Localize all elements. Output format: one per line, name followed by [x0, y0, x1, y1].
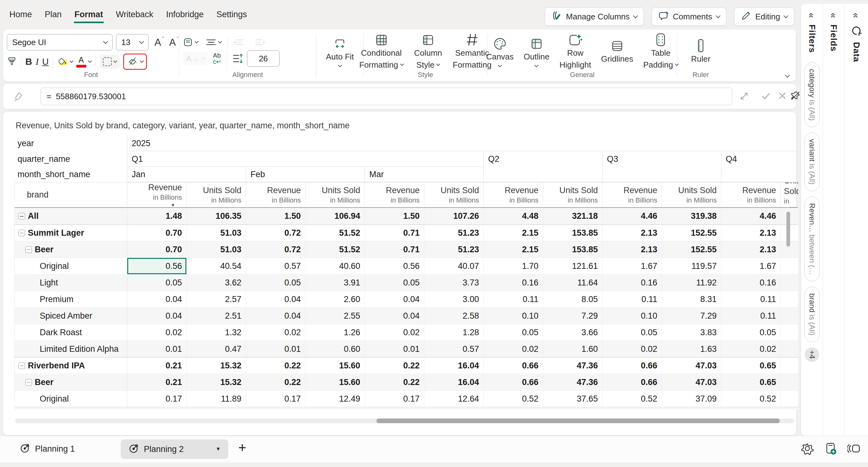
month-header-feb[interactable]: Feb	[246, 167, 365, 182]
cell-r7-c7[interactable]: 3.66	[543, 324, 602, 341]
cell-r0-c0[interactable]: 1.48	[127, 208, 187, 225]
cell-r8-c6[interactable]: 0.02	[484, 341, 543, 357]
cell-r1-c3[interactable]: 51.52	[306, 225, 365, 241]
cell-r8-c10[interactable]: 0.02	[721, 341, 781, 357]
cell-r6-c8[interactable]: 0.10	[602, 308, 662, 324]
cell-r0-c9[interactable]: 319.38	[662, 208, 721, 225]
row-label-dark-roast[interactable]: Dark Roast	[14, 324, 127, 341]
cell-r1-c4[interactable]: 0.71	[365, 225, 424, 241]
cell-r4-c2[interactable]: 0.05	[246, 274, 306, 291]
cell-r2-c7[interactable]: 153.85	[543, 241, 602, 258]
row-label-premium[interactable]: Premium	[14, 291, 127, 308]
cell-r7-c1[interactable]: 1.32	[187, 324, 246, 341]
cell-r6-c3[interactable]: 2.55	[306, 308, 365, 324]
cell-r7-c5[interactable]: 1.28	[424, 324, 484, 341]
cell-r3-c9[interactable]: 119.57	[662, 258, 721, 274]
cell-r3-c6[interactable]: 1.70	[484, 258, 543, 274]
collapse-data-icon[interactable]: «	[852, 13, 861, 18]
cell-r1-c8[interactable]: 2.13	[602, 225, 662, 241]
cell-r1-c0[interactable]: 0.70	[127, 225, 187, 241]
cell-r2-c9[interactable]: 152.55	[662, 241, 721, 258]
horizontal-scrollbar[interactable]	[15, 418, 794, 423]
measure-header-units-2[interactable]: Units Soldin Millions	[424, 182, 484, 208]
measure-header-revenue-5[interactable]: Revenuein Billions	[721, 182, 781, 208]
add-document-icon[interactable]	[823, 441, 838, 456]
row-label-all[interactable]: All	[14, 208, 127, 225]
cell-r8-c8[interactable]: 0.02	[602, 341, 662, 357]
cell-r1-c6[interactable]: 2.15	[484, 225, 543, 241]
refresh-icon[interactable]	[850, 24, 863, 38]
filters-title[interactable]: Filters	[807, 24, 817, 53]
cell-r10-c6[interactable]: 0.66	[484, 374, 543, 390]
cell-r3-c5[interactable]: 40.07	[424, 258, 484, 274]
cell-r11-c6[interactable]: 0.52	[484, 390, 543, 407]
cell-r9-c6[interactable]: 0.66	[484, 357, 543, 374]
collapse-row-icon[interactable]	[25, 379, 32, 386]
cell-r5-c6[interactable]: 0.11	[484, 291, 543, 308]
row-label-beer[interactable]: Beer	[14, 241, 127, 258]
quarter-header-q3[interactable]: Q3	[602, 151, 721, 182]
cell-r2-c6[interactable]: 2.15	[484, 241, 543, 258]
cell-r3-c7[interactable]: 121.61	[543, 258, 602, 274]
sheet-tab-planning-2-active[interactable]: Planning 2 ▼	[121, 439, 228, 459]
cell-r6-c1[interactable]: 2.51	[187, 308, 246, 324]
cell-r10-c1[interactable]: 15.32	[187, 374, 246, 390]
filter-pill-brand[interactable]: brand is (All)	[805, 287, 819, 342]
cell-r7-c8[interactable]: 0.05	[602, 324, 662, 341]
cell-r7-c0[interactable]: 0.02	[127, 324, 187, 341]
cell-r9-c7[interactable]: 47.36	[543, 357, 602, 374]
editing-button[interactable]: Editing	[734, 7, 795, 26]
menu-format[interactable]: Format	[74, 1, 104, 28]
cell-r7-c6[interactable]: 0.05	[484, 324, 543, 341]
cell-r0-c6[interactable]: 4.48	[484, 208, 543, 225]
row-label-beer[interactable]: Beer	[14, 374, 127, 390]
cell-r9-c1[interactable]: 15.32	[187, 357, 246, 374]
expand-formula-bar-icon[interactable]	[740, 91, 749, 101]
shrink-font-button[interactable]: Aˇ	[169, 37, 179, 48]
font-color-button[interactable]: A	[76, 56, 91, 68]
cell-r11-c3[interactable]: 12.49	[306, 390, 365, 407]
menu-settings[interactable]: Settings	[216, 1, 248, 28]
manage-columns-button[interactable]: Manage Columns	[545, 7, 644, 26]
cell-r4-c10[interactable]: 0.16	[721, 274, 781, 291]
menu-home[interactable]: Home	[9, 1, 33, 28]
measure-header-revenue-3[interactable]: Revenuein Billions	[484, 182, 543, 208]
vertical-align-button[interactable]	[183, 37, 198, 47]
comments-button[interactable]: Comments	[652, 7, 726, 26]
format-painter-button[interactable]	[7, 56, 17, 67]
row-height-button[interactable]	[232, 53, 244, 64]
collapse-row-icon[interactable]	[19, 362, 25, 369]
cell-r0-c3[interactable]: 106.94	[306, 208, 365, 225]
cell-r11-c9[interactable]: 37.09	[662, 390, 721, 407]
cell-r8-c7[interactable]: 1.60	[543, 341, 602, 357]
cell-r1-c9[interactable]: 152.55	[662, 225, 721, 241]
canvas-button[interactable]: Canvas	[484, 33, 516, 67]
tab-dropdown-icon[interactable]: ▼	[215, 446, 221, 452]
measure-header-units-0[interactable]: Units Soldin Millions	[187, 182, 246, 208]
wrap-text-button[interactable]: Abc↵	[213, 52, 221, 65]
cell-r2-c1[interactable]: 51.03	[187, 241, 246, 258]
cell-r3-c1[interactable]: 40.54	[187, 258, 246, 274]
cell-r0-c5[interactable]: 107.26	[424, 208, 484, 225]
hide-button-highlighted[interactable]	[123, 54, 147, 70]
cell-r11-c5[interactable]: 12.64	[424, 390, 484, 407]
decrease-indent-button[interactable]	[234, 38, 244, 46]
cell-r3-c4[interactable]: 0.56	[365, 258, 424, 274]
cell-r8-c3[interactable]: 0.60	[306, 341, 365, 357]
cell-r1-c10[interactable]: 2.13	[721, 225, 781, 241]
horizontal-scrollbar-thumb[interactable]	[376, 418, 780, 423]
cell-r5-c5[interactable]: 3.00	[424, 291, 484, 308]
text-direction-button[interactable]: A→	[183, 52, 208, 65]
conditional-formatting-button[interactable]: ConditionalFormatting	[357, 30, 406, 70]
confirm-icon[interactable]	[761, 91, 770, 101]
data-title[interactable]: Data	[851, 42, 862, 62]
gridlines-button[interactable]: Gridlines	[598, 36, 636, 64]
cell-r7-c9[interactable]: 3.83	[662, 324, 721, 341]
row-label-original[interactable]: Original	[14, 258, 127, 274]
cell-r4-c0[interactable]: 0.05	[127, 274, 187, 291]
cell-r7-c2[interactable]: 0.02	[246, 324, 306, 341]
unpin-icon[interactable]	[790, 90, 801, 101]
row-header-brand[interactable]: brand	[14, 182, 127, 208]
cell-r0-c8[interactable]: 4.46	[602, 208, 662, 225]
cell-r9-c5[interactable]: 16.04	[424, 357, 484, 374]
